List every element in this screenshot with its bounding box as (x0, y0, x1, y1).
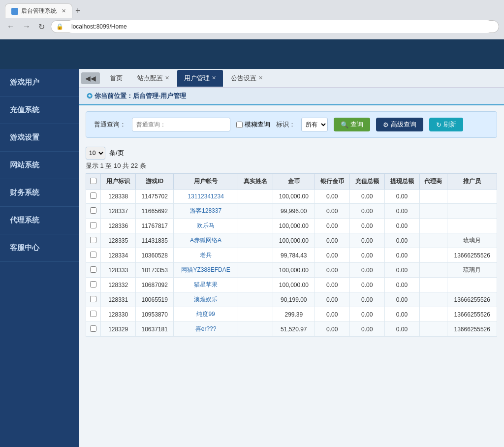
row-account[interactable]: 老兵 (174, 248, 238, 263)
row-recharge: 0.00 (349, 233, 384, 248)
row-withdraw: 0.00 (384, 307, 419, 322)
row-agent (419, 233, 447, 248)
th-real-name: 真实姓名 (238, 174, 273, 190)
tab-navigation: ◀◀ 首页 站点配置 ✕ 用户管理 ✕ 公告设置 ✕ (79, 69, 504, 88)
account-link: 老兵 (200, 252, 212, 258)
account-link: 网猫YZ388EFDAE (181, 266, 230, 273)
tab-site-config[interactable]: 站点配置 ✕ (130, 70, 176, 87)
row-select-checkbox[interactable] (90, 325, 96, 332)
tab-site-config-close-icon[interactable]: ✕ (165, 75, 169, 81)
reload-button[interactable]: ↻ (36, 21, 47, 32)
row-select-checkbox[interactable] (90, 281, 96, 287)
tab-home[interactable]: 首页 (103, 70, 129, 87)
row-gold: 100,000.00 (273, 233, 315, 248)
table-row: 128335 11431835 A赤狐网络A 100,000.00 0.00 0… (86, 233, 497, 248)
sidebar-item-agency[interactable]: 代理系统 (0, 207, 79, 234)
row-promoter: 13666255526 (447, 322, 497, 337)
row-gold: 51,520.97 (273, 322, 315, 337)
row-account[interactable]: 网猫YZ388EFDAE (174, 263, 238, 278)
row-user-id: 128338 (101, 190, 136, 204)
sidebar-item-game-settings[interactable]: 游戏设置 (0, 124, 79, 152)
forward-button[interactable]: → (21, 21, 32, 32)
th-agent: 代理商 (419, 174, 447, 190)
row-game-id: 10173353 (136, 263, 174, 278)
row-agent (419, 307, 447, 322)
tab-announcement-close-icon[interactable]: ✕ (258, 75, 263, 81)
row-game-id: 11665692 (136, 204, 174, 219)
account-link: 13112341234 (188, 193, 223, 200)
row-account[interactable]: 澳煌娱乐 (174, 292, 238, 307)
row-gold: 100,000.00 (273, 263, 315, 278)
row-account[interactable]: 13112341234 (174, 190, 238, 204)
table-row: 128338 11475702 13112341234 100,000.00 0… (86, 190, 497, 204)
advanced-search-button[interactable]: ⚙ 高级查询 (376, 118, 423, 131)
tab-announcement[interactable]: 公告设置 ✕ (224, 70, 270, 87)
tab-close-icon[interactable]: ✕ (62, 8, 66, 14)
table-header-row: 用户标识 游戏ID 用户帐号 真实姓名 金币 银行金币 充值总额 提现总额 代理… (86, 174, 497, 190)
row-checkbox (86, 292, 101, 307)
sidebar: 游戏用户 充值系统 游戏设置 网站系统 财务系统 代理系统 客服中心 (0, 69, 79, 447)
row-account[interactable]: 游客128337 (174, 204, 238, 219)
row-recharge: 0.00 (349, 292, 384, 307)
account-link: A赤狐网络A (190, 237, 221, 244)
row-user-id: 128334 (101, 248, 136, 263)
row-select-checkbox[interactable] (90, 296, 96, 302)
th-withdraw: 提现总额 (384, 174, 419, 190)
row-recharge: 0.00 (349, 248, 384, 263)
new-tab-button[interactable]: + (75, 6, 81, 15)
row-user-id: 128333 (101, 263, 136, 278)
row-account[interactable]: A赤狐网络A (174, 233, 238, 248)
per-page-label: 条/页 (109, 149, 124, 158)
browser-tab[interactable]: 后台管理系统 ✕ (5, 3, 72, 18)
row-account[interactable]: 猫星苹果 (174, 278, 238, 292)
row-real-name (238, 190, 273, 204)
row-select-checkbox[interactable] (90, 266, 96, 273)
browser-chrome: 后台管理系统 ✕ + ← → ↻ 🔒 (0, 0, 504, 39)
tab-user-mgmt[interactable]: 用户管理 ✕ (177, 70, 223, 87)
sidebar-item-customer[interactable]: 客服中心 (0, 234, 79, 262)
tab-title: 后台管理系统 (21, 7, 57, 15)
row-checkbox (86, 233, 101, 248)
tag-select[interactable]: 所有 (301, 118, 328, 131)
select-all-checkbox[interactable] (90, 178, 96, 184)
row-select-checkbox[interactable] (90, 207, 96, 214)
row-recharge: 0.00 (349, 190, 384, 204)
row-withdraw: 0.00 (384, 263, 419, 278)
per-page-select[interactable]: 10 20 50 (86, 147, 105, 160)
sidebar-item-game-users[interactable]: 游戏用户 (0, 69, 79, 96)
back-button[interactable]: ← (5, 21, 17, 32)
row-checkbox (86, 190, 101, 204)
tab-user-mgmt-close-icon[interactable]: ✕ (212, 75, 216, 81)
refresh-button[interactable]: ↻ 刷新 (429, 118, 463, 131)
row-bank-gold: 0.00 (315, 278, 349, 292)
breadcrumb-text: 你当前位置：后台管理-用户管理 (94, 92, 186, 100)
sidebar-item-recharge[interactable]: 充值系统 (0, 96, 79, 124)
search-button[interactable]: 🔍 查询 (334, 118, 370, 131)
row-gold: 299.39 (273, 307, 315, 322)
row-account[interactable]: 欢乐马 (174, 219, 238, 233)
row-select-checkbox[interactable] (90, 222, 96, 228)
url-input[interactable] (65, 20, 494, 33)
sidebar-item-finance[interactable]: 财务系统 (0, 179, 79, 207)
main-layout: 游戏用户 充值系统 游戏设置 网站系统 财务系统 代理系统 客服中心 ◀◀ 首页 (0, 69, 504, 447)
row-select-checkbox[interactable] (90, 237, 96, 243)
account-link: 澳煌娱乐 (194, 296, 218, 303)
row-recharge: 0.00 (349, 307, 384, 322)
fuzzy-checkbox[interactable] (236, 122, 243, 128)
row-select-checkbox[interactable] (90, 192, 96, 199)
row-account[interactable]: 喜er??? (174, 322, 238, 337)
row-promoter (447, 219, 497, 233)
table-row: 128332 10687092 猫星苹果 100,000.00 0.00 0.0… (86, 278, 497, 292)
tab-favicon (11, 8, 18, 15)
row-select-checkbox[interactable] (90, 311, 96, 317)
th-account: 用户帐号 (174, 174, 238, 190)
row-select-checkbox[interactable] (90, 252, 96, 258)
row-real-name (238, 307, 273, 322)
row-withdraw: 0.00 (384, 219, 419, 233)
table-row: 128334 10360528 老兵 99,784.43 0.00 0.00 0… (86, 248, 497, 263)
row-account[interactable]: 纯度99 (174, 307, 238, 322)
sidebar-item-website[interactable]: 网站系统 (0, 152, 79, 179)
tab-nav-back-button[interactable]: ◀◀ (81, 72, 100, 84)
search-input[interactable] (132, 118, 230, 131)
row-user-id: 128337 (101, 204, 136, 219)
